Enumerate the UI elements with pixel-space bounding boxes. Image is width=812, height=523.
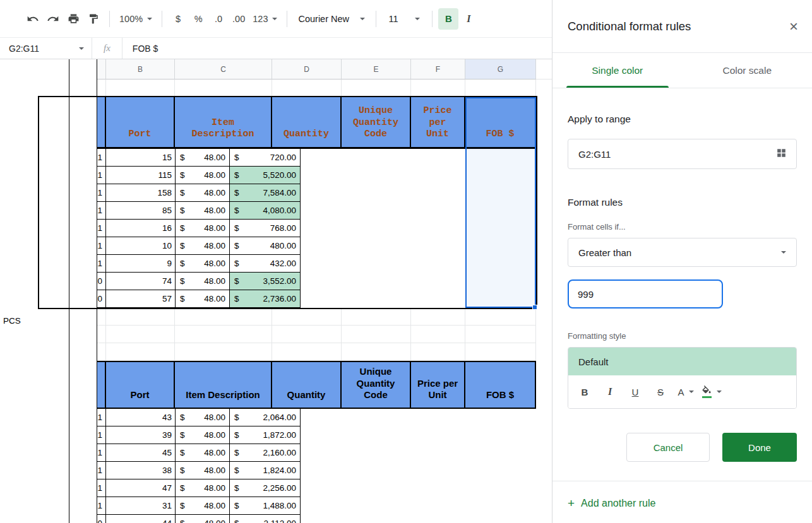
cell-D17[interactable]: 39 — [106, 426, 176, 444]
select-data-range-icon[interactable] — [775, 147, 787, 161]
cell-F20[interactable]: $48.00 — [176, 479, 230, 497]
paint-format-button[interactable] — [83, 8, 104, 30]
cell-D15[interactable]: Quantity — [272, 361, 342, 409]
cell-C15[interactable]: Item Description — [175, 361, 272, 409]
cell-F4[interactable]: $48.00 — [176, 167, 230, 184]
bold-button[interactable]: B — [438, 8, 458, 30]
cell-D20[interactable]: 47 — [106, 479, 176, 497]
cell-F14[interactable] — [411, 343, 465, 361]
format-percent-button[interactable]: % — [188, 8, 208, 30]
decrease-decimals-button[interactable]: .0 — [208, 8, 229, 30]
range-input[interactable]: G2:G11 — [568, 139, 797, 169]
column-header-D[interactable]: D — [272, 59, 342, 79]
cell-G1[interactable] — [465, 79, 536, 97]
close-icon[interactable]: × — [789, 19, 798, 34]
style-strikethrough-button[interactable]: S — [650, 381, 671, 403]
tab-single-color[interactable]: Single color — [552, 53, 683, 88]
cell-D18[interactable]: 45 — [106, 444, 176, 462]
cell-G22[interactable]: $2,112.00 — [230, 515, 301, 523]
increase-decimals-button[interactable]: .00 — [229, 8, 249, 30]
font-name-select[interactable]: Courier New — [293, 8, 370, 30]
cell-D1[interactable] — [272, 79, 342, 97]
column-header-C[interactable]: C — [175, 59, 272, 79]
cell-F22[interactable]: $48.00 — [176, 515, 230, 523]
cell-G2[interactable]: FOB $ — [465, 97, 536, 149]
cell-G10[interactable]: $3,552.00 — [230, 273, 301, 290]
cell-E15[interactable]: Unique Quantity Code — [342, 361, 411, 409]
cell-D6[interactable]: 85 — [106, 202, 176, 220]
cell-D4[interactable]: 115 — [106, 167, 176, 184]
cell-D8[interactable]: 10 — [106, 237, 176, 255]
cell-G9[interactable]: $432.00 — [230, 255, 301, 273]
cell-F6[interactable]: $48.00 — [176, 202, 230, 220]
cell-G15[interactable]: FOB $ — [465, 361, 536, 409]
cell-G4[interactable]: $5,520.00 — [230, 167, 301, 184]
cell-D14[interactable] — [272, 343, 342, 361]
style-italic-button[interactable]: I — [600, 381, 620, 403]
cell-D10[interactable]: 74 — [106, 273, 176, 290]
cell-G11[interactable]: $2,736.00 — [230, 290, 301, 308]
column-header-E[interactable]: E — [342, 59, 411, 79]
cell-F2[interactable]: Price per Unit — [411, 97, 465, 149]
cell-F21[interactable]: $48.00 — [176, 497, 230, 515]
cell-C14[interactable] — [175, 343, 272, 361]
name-box[interactable]: G2:G11 — [0, 38, 92, 59]
text-color-button[interactable]: A — [676, 381, 696, 403]
cell-F8[interactable]: $48.00 — [176, 237, 230, 255]
cell-D12[interactable] — [272, 308, 342, 326]
zoom-control[interactable]: 100% — [116, 8, 156, 30]
more-formats-button[interactable]: 123 — [249, 8, 281, 30]
style-bold-button[interactable]: B — [575, 381, 595, 403]
cell-G17[interactable]: $1,872.00 — [230, 426, 301, 444]
cell-B15[interactable]: Port — [106, 361, 175, 409]
selection-fill-handle[interactable] — [532, 305, 537, 310]
cell-C12[interactable] — [175, 308, 272, 326]
cell-F9[interactable]: $48.00 — [176, 255, 230, 273]
cell-D5[interactable]: 158 — [106, 184, 176, 202]
cell-D21[interactable]: 31 — [106, 497, 176, 515]
tab-color-scale[interactable]: Color scale — [683, 53, 812, 88]
cell-D11[interactable]: 57 — [106, 290, 176, 308]
cell-E13[interactable] — [342, 326, 411, 343]
cell-E2[interactable]: Unique Quantity Code — [342, 97, 411, 149]
cell-G7[interactable]: $768.00 — [230, 220, 301, 237]
print-button[interactable] — [63, 8, 83, 30]
cell-F1[interactable] — [411, 79, 465, 97]
italic-button[interactable]: I — [458, 8, 479, 30]
cell-E12[interactable] — [342, 308, 411, 326]
cell-E14[interactable] — [342, 343, 411, 361]
column-header-B[interactable]: B — [106, 59, 175, 79]
cell-G18[interactable]: $2,160.00 — [230, 444, 301, 462]
fill-color-button[interactable] — [701, 381, 722, 403]
cell-F10[interactable]: $48.00 — [176, 273, 230, 290]
cell-F15[interactable]: Price per Unit — [411, 361, 465, 409]
style-underline-button[interactable]: U — [625, 381, 645, 403]
cell-D22[interactable]: 44 — [106, 515, 176, 523]
cell-F17[interactable]: $48.00 — [176, 426, 230, 444]
cancel-button[interactable]: Cancel — [626, 433, 710, 462]
cell-G8[interactable]: $480.00 — [230, 237, 301, 255]
cell-G3[interactable]: $720.00 — [230, 149, 301, 167]
formula-input[interactable]: FOB $ — [122, 44, 158, 54]
cell-G6[interactable]: $4,080.00 — [230, 202, 301, 220]
redo-button[interactable] — [43, 8, 63, 30]
cell-B14[interactable] — [106, 343, 175, 361]
cell-D9[interactable]: 9 — [106, 255, 176, 273]
format-currency-button[interactable]: $ — [168, 8, 188, 30]
cell-D13[interactable] — [272, 326, 342, 343]
cell-F13[interactable] — [411, 326, 465, 343]
cell-F16[interactable]: $48.00 — [176, 409, 230, 426]
cell-C2[interactable]: Item Description — [175, 97, 272, 149]
add-rule-button[interactable]: + Add another rule — [568, 481, 797, 523]
cell-F19[interactable]: $48.00 — [176, 462, 230, 479]
cell-D16[interactable]: 43 — [106, 409, 176, 426]
cell-F11[interactable]: $48.00 — [176, 290, 230, 308]
cell-B12[interactable] — [106, 308, 175, 326]
cell-E1[interactable] — [342, 79, 411, 97]
cell-B13[interactable] — [106, 326, 175, 343]
cell-G13[interactable] — [465, 326, 536, 343]
cell-C1[interactable] — [175, 79, 272, 97]
cell-E22[interactable]: PCS — [0, 59, 69, 523]
cell-F7[interactable]: $48.00 — [176, 220, 230, 237]
cell-D7[interactable]: 16 — [106, 220, 176, 237]
